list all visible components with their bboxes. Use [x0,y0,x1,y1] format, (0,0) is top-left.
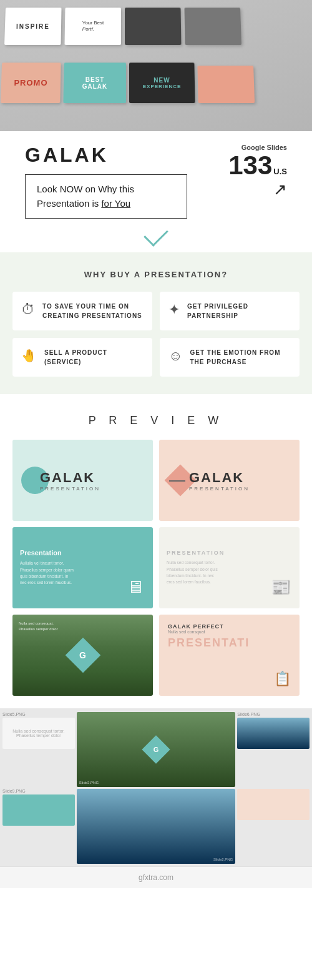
slide3-label: Slide3.PNG [79,781,99,784]
smile-icon: ☺ [168,349,182,363]
why-card-time-text: TO SAVE YOUR TIME ONCREATING PRESENTATIO… [42,302,142,320]
slide2-label: Slide2.PNG [213,858,233,861]
g-letter: G [79,650,86,660]
preview-card-forest: G Nulla sed consequat.Phasellus semper d… [12,615,153,696]
slide6-thumb [237,718,310,749]
slide-new-exp: NEW EXPERIENCE [129,62,195,103]
arrow-down-section [0,225,312,252]
presentation-large: PRESENTATI [168,636,291,650]
galak-sub-green: PRESENTATION [40,486,100,492]
slide-exp2 [197,66,255,103]
slide-best-galak: BESTGALAK [63,62,126,103]
price-currency: U.S [273,167,287,176]
clock-icon: ⏱ [21,303,35,317]
why-card-partnership-text: GET PRIVILEGEDPARTNERSHIP [187,302,248,320]
preview-section: P R E V I E W GALAK PRESENTATION GALAK P… [0,394,312,708]
chevron-down-icon [144,222,168,247]
galak-title-green: GALAK [40,470,100,486]
thumb-col-4: Slide9.PNG [2,789,75,864]
thumb-col-2: G Slide3.PNG [77,712,236,787]
star-icon: ✦ [168,303,180,317]
slide-inspire: INSPIRE [4,7,62,45]
why-title: WHY BUY A PRESENTATION? [12,270,300,279]
product-title: GALAK [25,144,212,167]
slide-peach-thumb [237,789,310,820]
why-card-sell-text: SELL A PRODUCT(SERVICE) [44,348,107,367]
slide9-label: Slide9.PNG [2,789,75,793]
galak-perfect-sub: Nulla sed consquat [168,630,291,634]
thumb-col-5: Slide2.PNG [77,789,236,864]
thumb-col-1: Slide5.PNG Nulla sed consequat tortor. P… [2,712,75,787]
tagline-text: Look NOW on Why this Presentation is for… [37,182,175,210]
why-section: WHY BUY A PRESENTATION? ⏱ TO SAVE YOUR T… [0,252,312,394]
peach2-content: GALAK PERFECT Nulla sed consquat PRESENT… [159,615,300,658]
preview-card-teal: Presentation Aullulla vel tincunt tortor… [12,527,153,608]
slide5-label: Slide5.PNG [2,712,75,716]
preview-card-green: GALAK PRESENTATION [12,440,153,521]
slide-promo: PROMO [1,62,61,103]
slide6-label: Slide6.PNG [237,712,310,716]
preview-row-2: Presentation Aullulla vel tincunt tortor… [12,527,300,608]
slide5-text: Nulla sed consequat tortor. Phasellus te… [2,726,75,740]
title-left: GALAK Look NOW on Why this Presentation … [25,144,212,219]
thumb-col-3: Slide6.PNG [237,712,310,787]
hand-icon: 🤚 [21,349,37,362]
preview-title: P R E V I E W [12,414,300,427]
thumb-strip-bottom: Slide9.PNG Slide2.PNG [2,789,310,864]
teal-heading: Presentation [20,549,145,557]
hero-section: INSPIRE Your BestPortf. PROMO BESTGALAK … [0,0,312,131]
ocean-large-thumb: Slide2.PNG [77,789,236,864]
slide5-thumb: Nulla sed consequat tortor. Phasellus te… [2,718,75,749]
forest-large-thumb: G Slide3.PNG [77,712,236,787]
why-card-emotion: ☺ GET THE EMOTION FROMTHE PURCHASE [160,338,300,377]
galak-perfect-label: GALAK PERFECT [168,623,291,630]
tagline-box: Look NOW on Why this Presentation is for… [25,174,187,219]
price-number: 133 [228,152,272,179]
cursor-icon: ↗ [273,181,287,197]
album-icon: 📋 [274,671,291,687]
pres-upper-label: PRESENTATION [167,550,292,556]
galak-sub-peach: PRESENTATION [189,486,250,492]
monitor-icon: 🖥 [127,577,144,597]
bottom-strip: Slide5.PNG Nulla sed consequat tortor. P… [0,708,312,866]
preview-row-1: GALAK PRESENTATION GALAK PRESENTATION [12,440,300,521]
why-card-partnership: ✦ GET PRIVILEGEDPARTNERSHIP [160,292,300,330]
why-card-sell: 🤚 SELL A PRODUCT(SERVICE) [12,338,152,377]
slide-img [184,7,241,45]
thumb-col-6 [237,789,310,864]
footer: gfxtra.com [0,866,312,888]
preview-row-3: G Nulla sed consequat.Phasellus semper d… [12,615,300,696]
why-card-time: ⏱ TO SAVE YOUR TIME ONCREATING PRESENTAT… [12,292,152,330]
preview-card-peach: GALAK PRESENTATION [159,440,300,521]
newspaper-icon: 📰 [271,578,291,597]
why-card-emotion-text: GET THE EMOTION FROMTHE PURCHASE [190,348,280,367]
forest-text: Nulla sed consequat.Phasellus semper dol… [19,621,58,632]
footer-text: gfxtra.com [139,873,173,882]
galak-title-peach: GALAK [189,470,250,486]
slide9-thumb [2,794,75,826]
title-section: GALAK Look NOW on Why this Presentation … [0,131,312,225]
why-grid: ⏱ TO SAVE YOUR TIME ONCREATING PRESENTAT… [12,292,300,377]
slide-dark [125,7,182,45]
preview-card-cream: PRESENTATION Nulla sed consequat tortor.… [159,527,300,608]
price-box: Google Slides 133 U.S ↗ [212,144,287,197]
thumb-strip-top: Slide5.PNG Nulla sed consequat tortor. P… [2,712,310,787]
preview-card-peach2: GALAK PERFECT Nulla sed consquat PRESENT… [159,615,300,696]
slide-best-port: Your BestPortf. [65,7,122,45]
